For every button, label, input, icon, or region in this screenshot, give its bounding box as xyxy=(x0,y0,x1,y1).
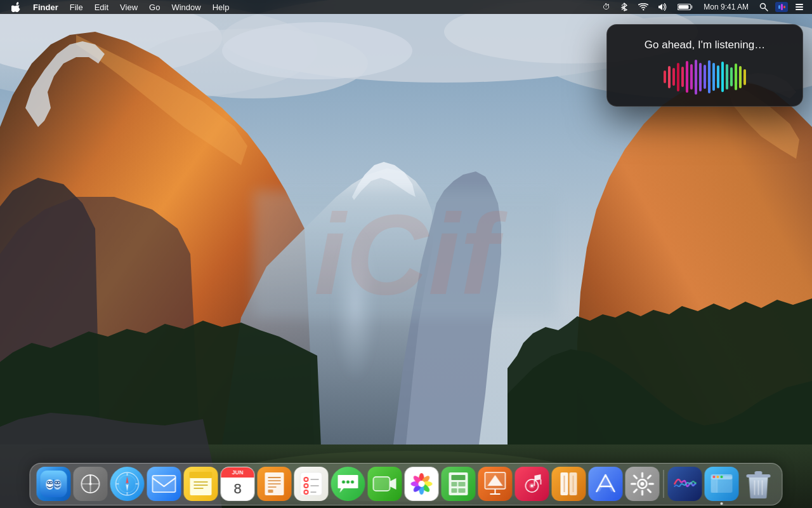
window-menu[interactable]: Window xyxy=(166,1,206,13)
finder-icon xyxy=(41,471,67,497)
svg-rect-87 xyxy=(374,477,390,491)
svg-rect-37 xyxy=(796,9,803,10)
svg-point-112 xyxy=(531,485,534,487)
dock-item-photos[interactable] xyxy=(405,467,439,501)
dock-item-siri[interactable] xyxy=(668,467,702,501)
svg-rect-64 xyxy=(152,475,176,493)
bluetooth-icon[interactable] xyxy=(617,1,631,13)
svg-marker-89 xyxy=(390,478,396,490)
help-menu[interactable]: Help xyxy=(207,1,235,13)
notification-center-icon[interactable] xyxy=(792,1,807,13)
spotlight-icon[interactable] xyxy=(756,1,771,13)
svg-point-40 xyxy=(54,479,62,490)
dock-item-reminders[interactable] xyxy=(294,467,329,501)
apple-menu[interactable] xyxy=(5,1,27,13)
svg-point-56 xyxy=(116,472,139,495)
sysprefs-icon xyxy=(631,472,655,496)
svg-rect-35 xyxy=(796,4,803,5)
calendar-day: 8 xyxy=(233,481,241,497)
dock-item-trash[interactable] xyxy=(742,467,776,501)
desktop: iCif Finder File Edit View Go Window Hel… xyxy=(0,0,812,508)
svg-point-17 xyxy=(333,229,377,381)
time-machine-icon[interactable]: ⏱ xyxy=(599,1,613,13)
time-display[interactable]: Mon 9:41 AM xyxy=(700,1,752,13)
numbers-icon xyxy=(448,472,469,496)
svg-line-31 xyxy=(765,8,768,11)
svg-point-121 xyxy=(641,482,645,486)
svg-point-43 xyxy=(48,482,49,483)
svg-point-85 xyxy=(346,481,350,484)
svg-line-129 xyxy=(634,490,637,492)
photos-icon xyxy=(409,471,435,497)
svg-point-134 xyxy=(721,476,723,478)
keynote-icon xyxy=(484,472,507,496)
trash-icon xyxy=(745,469,772,498)
svg-point-98 xyxy=(419,481,425,487)
svg-line-126 xyxy=(634,476,637,478)
dock-item-calendar[interactable]: JUN 8 xyxy=(221,467,255,501)
dock-item-mail[interactable] xyxy=(147,467,181,501)
svg-point-7 xyxy=(222,22,412,79)
svg-rect-100 xyxy=(452,475,466,480)
menubar-right: ⏱ xyxy=(599,1,812,13)
dock-item-finder[interactable] xyxy=(37,467,71,501)
svg-point-133 xyxy=(717,476,719,478)
svg-point-45 xyxy=(50,482,51,483)
pages-icon xyxy=(264,472,285,496)
siri-message: Go ahead, I'm listening… xyxy=(607,25,802,58)
messages-icon xyxy=(337,474,359,494)
svg-line-127 xyxy=(648,490,650,492)
file-menu[interactable]: File xyxy=(65,1,88,13)
dock-item-facetime[interactable] xyxy=(368,467,402,501)
dock-item-pages[interactable] xyxy=(258,467,292,501)
edit-menu[interactable]: Edit xyxy=(89,1,114,13)
svg-rect-101 xyxy=(452,482,457,486)
launchpad-icon xyxy=(81,474,101,494)
dock-item-ibooks[interactable] xyxy=(552,467,586,501)
itunes-icon xyxy=(521,472,544,496)
dock-item-sysprefs[interactable] xyxy=(625,467,660,501)
dock-item-numbers[interactable] xyxy=(442,467,476,501)
svg-rect-103 xyxy=(452,488,457,493)
svg-rect-102 xyxy=(459,482,466,486)
menubar-left: Finder File Edit View Go Window Help xyxy=(0,1,234,13)
svg-marker-58 xyxy=(126,476,129,484)
svg-rect-34 xyxy=(783,6,785,8)
siri-menubar-icon[interactable] xyxy=(775,2,788,12)
svg-rect-67 xyxy=(190,472,213,478)
dock-item-safari[interactable] xyxy=(110,467,145,501)
reminders-icon xyxy=(300,472,323,496)
svg-rect-76 xyxy=(268,490,273,493)
svg-rect-36 xyxy=(796,6,803,8)
svg-rect-33 xyxy=(781,4,783,10)
ibooks-icon xyxy=(558,472,580,496)
battery-icon[interactable] xyxy=(674,2,696,12)
dock-item-finder-window[interactable] xyxy=(705,467,739,501)
dock-item-itunes[interactable] xyxy=(515,467,549,501)
safari-icon xyxy=(115,471,140,497)
svg-point-49 xyxy=(58,482,59,483)
dock-item-keynote[interactable] xyxy=(478,467,513,501)
dock-item-launchpad[interactable] xyxy=(74,467,108,501)
go-menu[interactable]: Go xyxy=(144,1,165,13)
view-menu[interactable]: View xyxy=(115,1,143,13)
dock: JUN 8 xyxy=(30,463,783,505)
svg-point-84 xyxy=(342,481,345,484)
wifi-icon[interactable] xyxy=(635,2,652,12)
dock-item-messages[interactable] xyxy=(331,467,365,501)
mail-icon xyxy=(152,475,176,493)
menubar: Finder File Edit View Go Window Help ⏱ xyxy=(0,0,812,14)
svg-point-86 xyxy=(351,481,354,484)
svg-rect-104 xyxy=(459,488,466,493)
finder-menu[interactable]: Finder xyxy=(28,1,63,13)
facetime-icon xyxy=(373,475,397,493)
siri-waveform xyxy=(607,58,802,96)
svg-marker-59 xyxy=(126,484,129,491)
svg-rect-32 xyxy=(778,5,780,9)
dock-item-appstore[interactable] xyxy=(589,467,623,501)
dock-item-notes[interactable] xyxy=(184,467,218,501)
svg-rect-138 xyxy=(755,471,763,475)
volume-icon[interactable] xyxy=(655,2,671,12)
dock-separator xyxy=(664,470,664,498)
svg-rect-16 xyxy=(254,190,558,318)
